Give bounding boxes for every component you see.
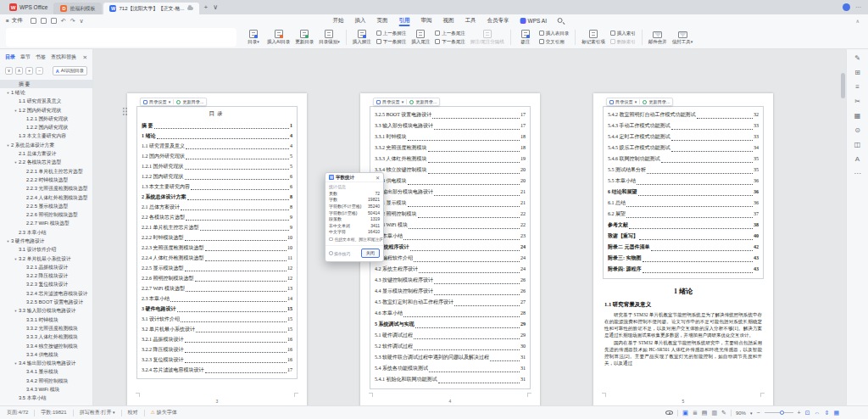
- toc-entry[interactable]: 3.3.2 光照强度检测模块18: [375, 142, 526, 154]
- sidebar-tree-item[interactable]: ▾2.2 各模块芯片选型: [0, 159, 92, 167]
- toc-entry[interactable]: 附录三: 实物图43: [608, 253, 759, 264]
- toc-entry[interactable]: 4.5 教室灯定时和自动工作程序设计27: [375, 297, 526, 308]
- sidebar-tree-item[interactable]: 2.2.4 人体红外检测模块选型: [0, 193, 92, 202]
- insert-index-button[interactable]: 插入索引: [610, 31, 636, 36]
- toc-floating-toolbar[interactable]: 目录设置 ▾ 更新目录...: [373, 98, 440, 106]
- toc-entry[interactable]: 5.4.1 初始化和联网功能测试31: [375, 374, 526, 385]
- toc-entry[interactable]: 6.2 展望37: [608, 209, 759, 220]
- read-layout-icon[interactable]: ▥: [711, 410, 717, 416]
- sidebar-tree-item[interactable]: 2.2.6 照明控制模块选型: [0, 210, 92, 219]
- toc-entry[interactable]: 4.6 本章小结28: [375, 308, 526, 319]
- envelope-tool-button[interactable]: 信封工具▾: [670, 29, 696, 46]
- sidebar-tree-item[interactable]: 3.3.2 光照强度检测模块: [0, 324, 92, 332]
- sidebar-tree-item[interactable]: 3.1 设计软件介绍: [0, 246, 92, 254]
- document-page-5[interactable]: 目录设置 ▾ 更新目录... 5.4.2 教室照明灯自动工作模式功能测试325.…: [593, 93, 773, 405]
- titlebar-more-icon[interactable]: ⋯: [855, 4, 861, 11]
- toc-entry[interactable]: 5.4.2 教室照明灯自动工作模式功能测试32: [608, 109, 759, 120]
- toc-settings-button[interactable]: 目录设置: [615, 99, 633, 105]
- toc-entry[interactable]: 4.4 显示模块控制程序设计26: [375, 286, 526, 297]
- toc-entry[interactable]: 3.2.5 BOOT 设置电路设计17: [375, 109, 526, 120]
- toc-entry[interactable]: 附录二 元器件清单42: [608, 242, 759, 253]
- navigation-tab-目录[interactable]: 目录: [5, 53, 15, 61]
- insert-footnote-button[interactable]: 插入脚注: [350, 29, 374, 46]
- toc-entry[interactable]: 5 系统调试与实现29: [375, 319, 526, 330]
- wps-home-tab[interactable]: W WPS Office: [3, 2, 53, 13]
- sidebar-tree-item[interactable]: 3.3.3 人体红外检测模块: [0, 333, 92, 342]
- fit-page-icon[interactable]: ⊡: [805, 410, 810, 416]
- update-toc-button[interactable]: 更新目录: [292, 29, 316, 46]
- scrollbar-thumb[interactable]: [841, 73, 845, 98]
- insert-endnote-button[interactable]: 插入尾注: [409, 29, 432, 46]
- columns-icon[interactable]: ◫: [854, 141, 861, 148]
- caption-button[interactable]: 题注: [515, 29, 537, 46]
- next-footnote-button[interactable]: 下一条脚注: [376, 39, 407, 45]
- file-menu-button[interactable]: ≡ 文件: [0, 17, 29, 25]
- chapter-body[interactable]: 1 绪论 1.1 研究背景及意义 研究基于 STM32 单片机教室节能照明系统是…: [604, 287, 762, 367]
- sidebar-tree-item[interactable]: 1.2.2 国内研究现状: [0, 123, 92, 131]
- toc-entry[interactable]: 2.2.6 照明控制模块选型12: [142, 273, 292, 283]
- toc-entry[interactable]: 3.3.1 时钟模块18: [375, 131, 526, 142]
- outline-view-icon[interactable]: ≣: [693, 410, 698, 416]
- toc-entry[interactable]: 2.2.7 WiFi 模块选型13: [142, 283, 292, 293]
- toc-entry[interactable]: 5.2 软件调试过程30: [375, 341, 526, 352]
- page-view-icon[interactable]: ▣: [682, 410, 688, 416]
- toc-entry[interactable]: 致谢【重写】40: [608, 231, 759, 242]
- toc-entry[interactable]: 2.2.2 时钟模块选型10: [142, 232, 292, 243]
- toc-entry[interactable]: 5.5 测试结果分析35: [608, 165, 759, 176]
- expand-all-button[interactable]: ∨: [5, 67, 13, 75]
- ribbon-tab-视图[interactable]: 视图: [443, 14, 454, 26]
- dialog-title-bar[interactable]: W 字数统计 ✕: [326, 173, 383, 182]
- web-layout-icon[interactable]: ▤: [702, 410, 708, 416]
- grid-icon[interactable]: ⊞: [854, 69, 860, 76]
- eye-protection-icon[interactable]: [665, 411, 673, 415]
- active-doc-tab[interactable]: W 712【沈阳大学】【正文-格...: [103, 3, 198, 14]
- toc-entry[interactable]: 3.3.4 独立按键控制模块20: [375, 165, 526, 176]
- toc-floating-toolbar[interactable]: 目录设置 ▾ 更新目录...: [140, 98, 207, 106]
- toc-entry[interactable]: 5.3 软硬件联合调试过程中遇到的问题以及解决过程31: [375, 352, 526, 363]
- sidebar-tree-item[interactable]: 1.2.1 国外研究现状: [0, 115, 92, 123]
- toc-content-frame[interactable]: 5.4.2 教室照明灯自动工作模式功能测试325.4.3 手动工作模式功能测试3…: [603, 106, 764, 279]
- vertical-scrollbar[interactable]: [840, 49, 845, 405]
- mail-merge-button[interactable]: 邮件合并: [646, 29, 670, 46]
- sidebar-tree-item[interactable]: ▾3.3 输入部分模块电路设计: [0, 307, 92, 316]
- sidebar-tree-item[interactable]: 2.2.7 WiFi 模块选型: [0, 220, 92, 228]
- target-icon[interactable]: ⊙: [854, 126, 860, 134]
- zoom-level[interactable]: 90%: [736, 411, 746, 416]
- toc-entry[interactable]: 2.2.5 显示模块选型12: [142, 263, 292, 273]
- toc-entry[interactable]: 3.2.1 晶振模块设计16: [142, 334, 292, 344]
- sidebar-tree-item[interactable]: 3.3.4 独立按键控制模块: [0, 342, 92, 350]
- next-endnote-button[interactable]: 下一条尾注: [435, 39, 465, 45]
- ai-recognize-toc-button[interactable]: A AI识别目录: [53, 66, 87, 75]
- toc-entry[interactable]: 2.2.1 单片机主控芯片选型9: [142, 222, 292, 232]
- toc-entry[interactable]: 3.4.1 显示模块21: [375, 198, 526, 209]
- zoom-in-outline-button[interactable]: +: [25, 67, 33, 75]
- insert-ai-toc-button[interactable]: 插入AI目录: [264, 29, 292, 46]
- toc-entry[interactable]: 2.3 本章小结14: [142, 293, 292, 304]
- update-toc-button[interactable]: 更新目录...: [415, 99, 437, 105]
- template-doc-tab[interactable]: D 抢福利模板: [53, 3, 102, 14]
- sidebar-tree-item[interactable]: 2.2.2 时钟模块选型: [0, 176, 92, 184]
- fit-width-icon[interactable]: ⇔: [815, 410, 821, 416]
- zoom-out-button[interactable]: −: [756, 410, 760, 416]
- sidebar-tree-item[interactable]: 3.5 本章小结: [0, 394, 92, 403]
- navigation-tab-章节[interactable]: 章节: [20, 53, 31, 61]
- toc-settings-button[interactable]: 目录设置: [382, 99, 400, 105]
- sidebar-tree-item[interactable]: 摘 要: [0, 80, 92, 88]
- ribbon-tab-开始[interactable]: 开始: [333, 14, 344, 26]
- save-icon[interactable]: [31, 18, 36, 24]
- zoom-slider[interactable]: [765, 412, 793, 413]
- toc-entry[interactable]: 1.2.2 国内研究现状6: [142, 171, 292, 182]
- list-icon[interactable]: ≡: [855, 83, 860, 91]
- mark-index-button[interactable]: 标记索引项: [579, 29, 608, 46]
- toc-level-button[interactable]: 目录级别▾: [316, 29, 342, 46]
- toc-entry[interactable]: 5.4.6 联网控制功能测试35: [608, 154, 759, 165]
- sidebar-tree-item[interactable]: 2.3 本章小结: [0, 228, 92, 237]
- sidebar-tree-item[interactable]: ▾1 绪论: [0, 88, 92, 97]
- toc-entry[interactable]: 5.4.3 手动工作模式功能测试33: [608, 120, 759, 131]
- ribbon-tab-审阅[interactable]: 审阅: [421, 14, 432, 26]
- document-page-3[interactable]: 目录设置 ▾ 更新目录... 目录 摘 要11 绪论41.1 研究背景及意义41…: [127, 93, 307, 405]
- sidebar-tree-item[interactable]: 3.2.1 晶振模块设计: [0, 263, 92, 271]
- toc-content-frame[interactable]: 3.2.5 BOOT 设置电路设计173.3 输入部分模块电路设计173.3.1…: [370, 106, 531, 389]
- quick-access-caret-icon[interactable]: ∨: [80, 18, 84, 24]
- toc-entry[interactable]: 5.1 硬件调试过程29: [375, 330, 526, 341]
